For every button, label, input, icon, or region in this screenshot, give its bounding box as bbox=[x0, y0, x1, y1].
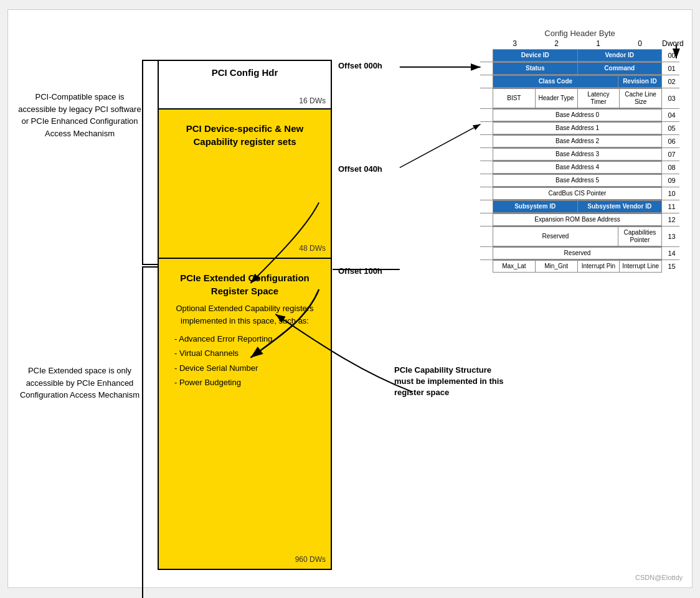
offset-000: Offset 000h bbox=[338, 61, 382, 70]
row-dword bbox=[480, 88, 493, 108]
list-item-2: - Virtual Channels bbox=[174, 346, 321, 360]
table-row: Class CodeRevision ID02 bbox=[480, 75, 679, 88]
table-cell: Vendor ID bbox=[578, 50, 662, 61]
config-header-title: Config Header Byte bbox=[480, 29, 679, 38]
table-cell: Cache Line Size bbox=[620, 89, 661, 108]
dword-number: 04 bbox=[662, 109, 679, 121]
pcie-extended-optional: Optional Extended Capability registers i… bbox=[168, 302, 321, 327]
table-cell: Base Address 2 bbox=[493, 136, 661, 147]
table-row: Base Address 408 bbox=[480, 161, 679, 174]
row-dword bbox=[480, 49, 493, 62]
table-cell: Revision ID bbox=[618, 76, 661, 87]
pci-compatible-text: PCI-Compatible space is accessible by le… bbox=[17, 91, 142, 139]
table-cell: Interrupt Pin bbox=[578, 261, 620, 272]
row-dword bbox=[480, 75, 493, 88]
table-row: Base Address 206 bbox=[480, 135, 679, 148]
table-row: Reserved14 bbox=[480, 247, 679, 260]
dword-number: 00 bbox=[662, 49, 679, 62]
dword-number: 08 bbox=[662, 161, 679, 174]
table-cell: Header Type bbox=[536, 89, 578, 108]
dws-960-label: 960 DWs bbox=[295, 555, 326, 564]
table-row: Base Address 004 bbox=[480, 109, 679, 122]
dword-number: 01 bbox=[662, 62, 679, 75]
table-cell: CardBus CIS Pointer bbox=[493, 188, 661, 199]
offset-100: Offset 100h bbox=[338, 266, 382, 276]
row-dword bbox=[480, 122, 493, 134]
table-cell: Subsystem Vendor ID bbox=[578, 201, 662, 212]
table-row: CardBus CIS Pointer10 bbox=[480, 187, 679, 200]
dword-label: Dword bbox=[662, 39, 679, 48]
dword-number: 07 bbox=[662, 148, 679, 161]
table-row: Base Address 105 bbox=[480, 122, 679, 135]
watermark: CSDN@Elottdy bbox=[635, 574, 683, 581]
table-cell: Base Address 5 bbox=[493, 175, 661, 186]
table-row: BISTHeader TypeLatency TimerCache Line S… bbox=[480, 88, 679, 109]
pcie-extended-text: PCIe Extended space is only accessible b… bbox=[17, 365, 142, 401]
dword-number: 06 bbox=[662, 135, 679, 147]
list-item-1: - Advanced Error Reporting bbox=[174, 332, 321, 346]
table-cell: Subsystem ID bbox=[493, 201, 578, 212]
table-cell: Capabilities Pointer bbox=[618, 227, 661, 246]
pci-device-title: PCI Device-specific & New Capability reg… bbox=[165, 122, 324, 148]
dword-number: 09 bbox=[662, 174, 679, 187]
table-cell: Base Address 1 bbox=[493, 123, 661, 134]
pcie-extended-list: - Advanced Error Reporting - Virtual Cha… bbox=[168, 332, 321, 390]
table-row: Base Address 509 bbox=[480, 174, 679, 187]
table-row: Expansion ROM Base Address12 bbox=[480, 213, 679, 227]
pcie-extended-box: PCIe Extended Configuration Register Spa… bbox=[158, 259, 332, 570]
dword-number: 10 bbox=[662, 187, 679, 200]
table-cell: Command bbox=[578, 63, 662, 74]
row-dword bbox=[480, 135, 493, 147]
table-row: Subsystem IDSubsystem Vendor ID11 bbox=[480, 200, 679, 213]
list-item-3: - Device Serial Number bbox=[174, 361, 321, 375]
table-row: Device IDVendor ID00 bbox=[480, 49, 679, 62]
svg-line-3 bbox=[400, 124, 481, 168]
row-dword bbox=[480, 161, 493, 174]
table-cell: Status bbox=[493, 63, 578, 74]
row-dword bbox=[480, 200, 493, 213]
offset-040: Offset 040h bbox=[338, 164, 382, 174]
row-dword bbox=[480, 187, 493, 200]
pcie-extended-title: PCIe Extended Configuration Register Spa… bbox=[168, 271, 321, 297]
dword-number: 15 bbox=[662, 260, 679, 273]
config-header: Config Header Byte 3 2 1 0 Dword Device … bbox=[480, 29, 679, 273]
row-dword bbox=[480, 109, 493, 121]
table-row: StatusCommand01 bbox=[480, 62, 679, 75]
capability-text: PCIe Capability Structure must be implem… bbox=[394, 365, 506, 399]
col-1: 1 bbox=[596, 39, 600, 48]
table-cell: Min_Gnt bbox=[536, 261, 578, 272]
table-cell: BIST bbox=[493, 89, 536, 108]
table-row: ReservedCapabilities Pointer13 bbox=[480, 227, 679, 247]
dword-number: 12 bbox=[662, 213, 679, 226]
row-dword bbox=[480, 227, 493, 246]
list-item-4: - Power Budgeting bbox=[174, 375, 321, 390]
pci-config-hdr-sub: 16 DWs bbox=[299, 96, 326, 105]
row-dword bbox=[480, 213, 493, 226]
table-cell: Reserved bbox=[493, 248, 661, 259]
row-dword bbox=[480, 174, 493, 187]
dword-number: 03 bbox=[662, 88, 679, 108]
pci-config-hdr-title: PCI Config Hdr bbox=[162, 67, 328, 78]
table-cell: Class Code bbox=[493, 76, 618, 87]
dword-number: 14 bbox=[662, 247, 679, 259]
row-dword bbox=[480, 260, 493, 273]
row-dword bbox=[480, 148, 493, 161]
table-cell: Base Address 4 bbox=[493, 162, 661, 173]
dword-number: 11 bbox=[662, 200, 679, 213]
table-cell: Base Address 0 bbox=[493, 110, 661, 121]
col-3: 3 bbox=[513, 39, 517, 48]
table-cell: Device ID bbox=[493, 50, 578, 61]
table-cell: Max_Lat bbox=[493, 261, 536, 272]
dws-48-label: 48 DWs bbox=[299, 244, 326, 253]
row-dword bbox=[480, 247, 493, 259]
pci-config-hdr-box: PCI Config Hdr 16 DWs bbox=[158, 60, 332, 110]
table-cell: Reserved bbox=[493, 227, 618, 246]
col-2: 2 bbox=[554, 39, 559, 48]
table-row: Max_LatMin_GntInterrupt PinInterrupt Lin… bbox=[480, 260, 679, 273]
center-diagram: PCI Config Hdr 16 DWs PCI Device-specifi… bbox=[158, 60, 332, 570]
config-table-container: Device IDVendor ID00StatusCommand01Class… bbox=[480, 49, 679, 273]
table-cell: Interrupt Line bbox=[620, 261, 661, 272]
col-0: 0 bbox=[638, 39, 642, 48]
table-cell: Base Address 3 bbox=[493, 149, 661, 160]
row-dword bbox=[480, 62, 493, 75]
